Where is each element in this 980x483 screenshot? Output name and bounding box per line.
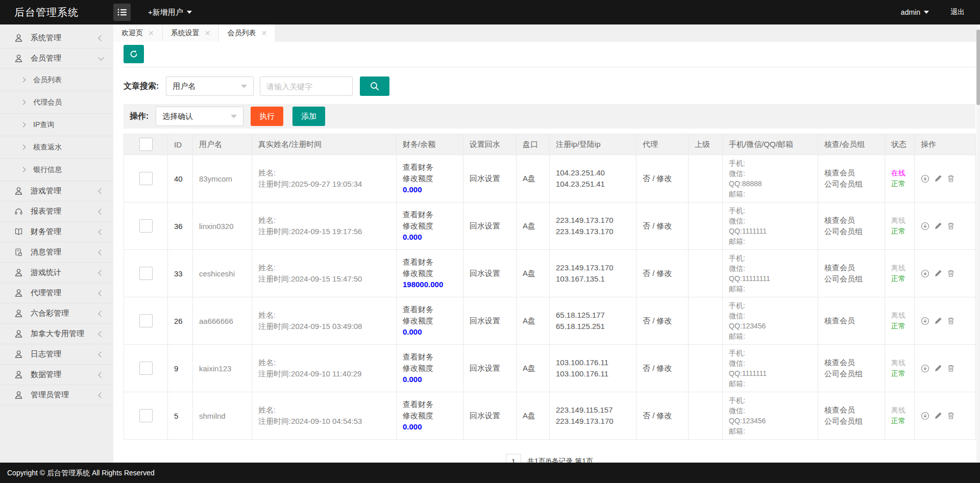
- sidebar-item-系统管理[interactable]: 系统管理: [0, 28, 113, 48]
- check-member-link[interactable]: 核查会员: [824, 215, 878, 226]
- sidebar-subitem-IP查询[interactable]: IP查询: [0, 114, 113, 136]
- withdraw-button[interactable]: [921, 412, 929, 420]
- withdraw-button[interactable]: [921, 269, 929, 278]
- sidebar-subitem-会员列表[interactable]: 会员列表: [0, 69, 113, 91]
- modify-quota-link[interactable]: 修改额度: [403, 410, 457, 421]
- execute-button[interactable]: 执行: [251, 107, 283, 126]
- rebate-setting-link[interactable]: 回水设置: [463, 392, 517, 440]
- check-member-link[interactable]: 核查会员: [824, 357, 878, 368]
- delete-button[interactable]: [947, 412, 955, 420]
- agent-modify-link[interactable]: 否 / 修改: [636, 202, 689, 250]
- row-checkbox[interactable]: [139, 409, 153, 422]
- refresh-button[interactable]: [124, 45, 144, 63]
- sidebar-item-加拿大专用管理[interactable]: 加拿大专用管理: [0, 324, 113, 344]
- row-checkbox[interactable]: [139, 314, 153, 327]
- row-checkbox[interactable]: [139, 219, 153, 233]
- cell-id: 5: [168, 392, 193, 440]
- page-number-button[interactable]: 1: [506, 454, 521, 463]
- rebate-setting-link[interactable]: 回水设置: [463, 202, 517, 250]
- row-checkbox[interactable]: [139, 267, 153, 280]
- trash-icon: [947, 269, 955, 277]
- edit-button[interactable]: [934, 317, 942, 325]
- sidebar-item-日志管理[interactable]: 日志管理: [0, 344, 113, 365]
- sidebar-item-财务管理[interactable]: 财务管理: [0, 222, 113, 242]
- sidebar-subitem-代理会员[interactable]: 代理会员: [0, 91, 113, 114]
- select-all-checkbox[interactable]: [139, 138, 153, 151]
- add-button[interactable]: 添加: [292, 107, 325, 126]
- tab-欢迎页[interactable]: 欢迎页 ✕: [113, 24, 163, 42]
- view-finance-link[interactable]: 查看财务: [403, 304, 457, 315]
- sidebar-item-会员管理[interactable]: 会员管理: [0, 48, 113, 69]
- delete-button[interactable]: [947, 364, 955, 372]
- edit-button[interactable]: [934, 364, 942, 372]
- rebate-setting-link[interactable]: 回水设置: [463, 297, 517, 345]
- agent-modify-link[interactable]: 否 / 修改: [636, 250, 689, 297]
- rebate-setting-link[interactable]: 回水设置: [463, 250, 517, 297]
- search-button[interactable]: [360, 77, 389, 96]
- sidebar-item-报表管理[interactable]: 报表管理: [0, 201, 113, 222]
- delete-button[interactable]: [947, 222, 955, 230]
- search-label: 文章搜索:: [124, 81, 159, 92]
- sidebar-item-六合彩管理[interactable]: 六合彩管理: [0, 303, 113, 324]
- edit-button[interactable]: [934, 174, 942, 183]
- sidebar-item-管理员管理[interactable]: 管理员管理: [0, 385, 113, 405]
- tab-会员列表[interactable]: 会员列表 ✕: [219, 24, 276, 42]
- sidebar-item-消息管理[interactable]: 消息管理: [0, 242, 113, 263]
- view-finance-link[interactable]: 查看财务: [403, 351, 457, 363]
- withdraw-button[interactable]: [921, 317, 929, 325]
- edit-button[interactable]: [934, 222, 942, 230]
- check-member-link[interactable]: 核查会员: [824, 167, 878, 179]
- check-member-link[interactable]: 核查会员: [824, 315, 878, 326]
- action-select[interactable]: 选择确认: [156, 107, 243, 126]
- modify-quota-link[interactable]: 修改额度: [403, 220, 457, 232]
- view-finance-link[interactable]: 查看财务: [403, 257, 457, 268]
- row-checkbox[interactable]: [139, 172, 153, 185]
- sidebar-item-代理管理[interactable]: 代理管理: [0, 283, 113, 303]
- sidebar-item-游戏统计[interactable]: 游戏统计: [0, 263, 113, 283]
- sidebar-subitem-核查返水[interactable]: 核查返水: [0, 136, 113, 159]
- vertical-scrollbar[interactable]: [976, 24, 980, 463]
- check-member-link[interactable]: 核查会员: [824, 262, 878, 273]
- column-header: 设置回水: [463, 134, 517, 155]
- sidebar-subitem-银行信息[interactable]: 银行信息: [0, 159, 113, 181]
- column-header: 财务/余额: [397, 134, 463, 155]
- rebate-setting-link[interactable]: 回水设置: [463, 155, 517, 202]
- edit-button[interactable]: [934, 412, 942, 420]
- close-icon[interactable]: ✕: [205, 30, 211, 37]
- modify-quota-link[interactable]: 修改额度: [403, 315, 457, 326]
- menu-toggle-button[interactable]: [113, 4, 131, 21]
- rebate-setting-link[interactable]: 回水设置: [463, 345, 517, 392]
- close-icon[interactable]: ✕: [148, 30, 154, 37]
- view-finance-link[interactable]: 查看财务: [403, 162, 457, 173]
- cell-parent: [689, 202, 723, 250]
- check-member-link[interactable]: 核查会员: [824, 404, 878, 416]
- search-field-select[interactable]: 用户名: [166, 77, 254, 96]
- delete-button[interactable]: [947, 317, 955, 325]
- sidebar-item-数据管理[interactable]: 数据管理: [0, 365, 113, 385]
- add-user-menu[interactable]: +新增用户: [148, 8, 192, 17]
- agent-modify-link[interactable]: 否 / 修改: [636, 345, 689, 392]
- logout-button[interactable]: 退出: [950, 8, 965, 17]
- withdraw-button[interactable]: [921, 222, 929, 231]
- close-icon[interactable]: ✕: [261, 30, 267, 37]
- agent-modify-link[interactable]: 否 / 修改: [636, 392, 689, 440]
- withdraw-button[interactable]: [921, 364, 929, 373]
- withdraw-button[interactable]: [921, 174, 929, 183]
- chevron-icon: [98, 188, 104, 194]
- delete-button[interactable]: [947, 269, 955, 277]
- admin-account-menu[interactable]: admin: [901, 8, 929, 16]
- view-finance-link[interactable]: 查看财务: [403, 209, 457, 220]
- agent-modify-link[interactable]: 否 / 修改: [636, 155, 689, 202]
- sidebar-item-游戏管理[interactable]: 游戏管理: [0, 181, 113, 201]
- agent-modify-link[interactable]: 否 / 修改: [636, 297, 689, 345]
- modify-quota-link[interactable]: 修改额度: [403, 173, 457, 184]
- row-checkbox[interactable]: [139, 362, 153, 375]
- view-finance-link[interactable]: 查看财务: [403, 399, 457, 410]
- modify-quota-link[interactable]: 修改额度: [403, 363, 457, 374]
- tab-系统设置[interactable]: 系统设置 ✕: [163, 24, 219, 42]
- modify-quota-link[interactable]: 修改额度: [403, 268, 457, 279]
- keyword-input[interactable]: [260, 77, 353, 96]
- delete-button[interactable]: [947, 174, 955, 183]
- scrollbar-thumb[interactable]: [976, 30, 980, 105]
- edit-button[interactable]: [934, 269, 942, 277]
